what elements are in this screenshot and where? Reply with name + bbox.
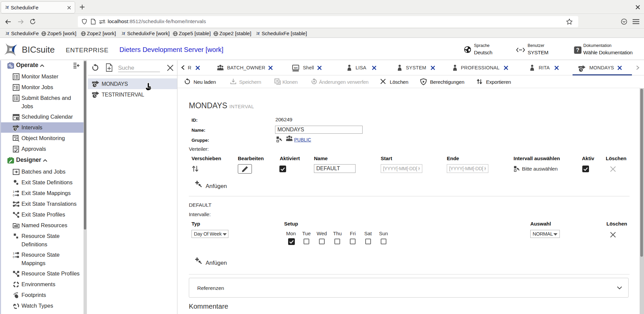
svg-text:?: ?: [576, 47, 580, 53]
svg-text:0: 0: [13, 255, 14, 258]
svg-text:1: 1: [13, 252, 14, 255]
svg-text:1: 1: [13, 190, 14, 193]
svg-text:0: 0: [13, 194, 14, 197]
